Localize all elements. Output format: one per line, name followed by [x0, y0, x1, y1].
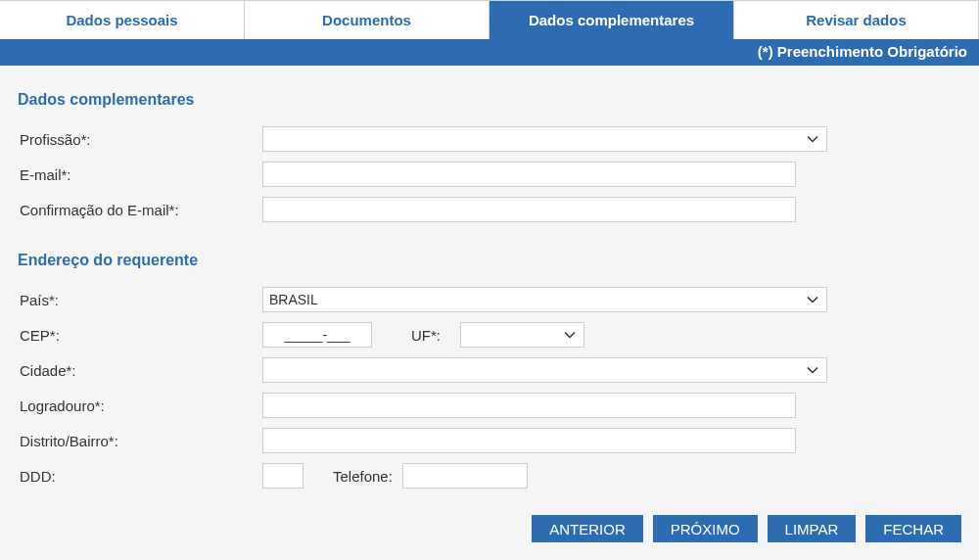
row-pais: País*: BRASIL — [18, 287, 961, 312]
section-title-complementares: Dados complementares — [18, 91, 961, 109]
tab-dados-pessoais[interactable]: Dados pessoais — [0, 1, 245, 39]
tab-dados-complementares[interactable]: Dados complementares — [490, 1, 734, 39]
label-cidade: Cidade*: — [18, 362, 262, 379]
button-bar: ANTERIOR PRÓXIMO LIMPAR FECHAR — [532, 515, 961, 542]
select-pais[interactable]: BRASIL — [262, 287, 827, 312]
row-email-confirm: Confirmação do E-mail*: — [18, 197, 961, 222]
label-email: E-mail*: — [18, 166, 262, 183]
input-logradouro[interactable] — [262, 393, 796, 418]
section-title-endereco: Endereço do requerente — [18, 252, 961, 269]
page-container: Dados pessoais Documentos Dados compleme… — [0, 0, 979, 560]
select-cidade[interactable] — [262, 357, 827, 383]
label-uf: UF*: — [411, 327, 441, 344]
required-note: (*) Preenchimento Obrigatório — [0, 39, 979, 66]
anterior-button[interactable]: ANTERIOR — [532, 515, 643, 542]
input-email[interactable] — [262, 162, 796, 187]
input-email-confirm[interactable] — [262, 197, 796, 222]
proximo-button[interactable]: PRÓXIMO — [653, 515, 758, 542]
select-profissao[interactable] — [262, 126, 827, 152]
input-telefone[interactable] — [402, 463, 528, 489]
tab-revisar-dados[interactable]: Revisar dados — [734, 1, 979, 39]
select-uf[interactable] — [460, 322, 584, 348]
input-cep[interactable] — [262, 322, 372, 348]
input-distrito[interactable] — [262, 428, 796, 453]
label-logradouro: Logradouro*: — [18, 397, 262, 414]
limpar-button[interactable]: LIMPAR — [768, 515, 857, 542]
label-ddd: DDD: — [18, 468, 262, 485]
label-distrito: Distrito/Bairro*: — [18, 433, 262, 449]
row-ddd-tel: DDD: Telefone: — [18, 463, 961, 489]
label-pais: País*: — [18, 292, 262, 308]
label-email-confirm: Confirmação do E-mail*: — [18, 202, 262, 218]
row-cep-uf: CEP*: UF*: — [18, 322, 961, 348]
tab-documentos[interactable]: Documentos — [245, 1, 490, 39]
row-cidade: Cidade*: — [18, 357, 961, 383]
row-distrito: Distrito/Bairro*: — [18, 428, 961, 453]
tab-bar: Dados pessoais Documentos Dados compleme… — [0, 0, 979, 39]
label-profissao: Profissão*: — [18, 131, 262, 148]
input-ddd[interactable] — [262, 463, 303, 489]
label-telefone: Telefone: — [333, 468, 393, 485]
row-logradouro: Logradouro*: — [18, 393, 961, 418]
row-profissao: Profissão*: — [18, 126, 961, 152]
row-email: E-mail*: — [18, 162, 961, 187]
label-cep: CEP*: — [18, 327, 262, 344]
form-area: Dados complementares Profissão*: E-mail*… — [0, 66, 979, 560]
fechar-button[interactable]: FECHAR — [865, 515, 961, 542]
